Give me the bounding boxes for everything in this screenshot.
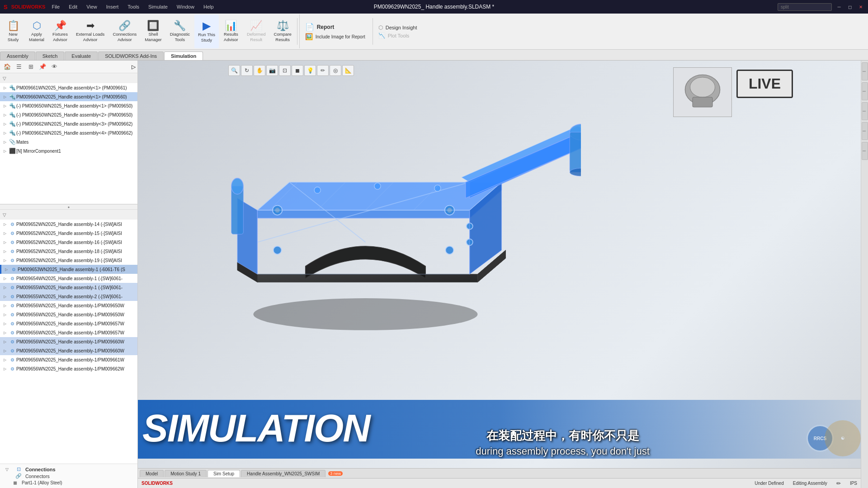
btree-item-9[interactable]: ▷ ⚙ PM009656WN2025_Handle assembly-1/PM0… xyxy=(0,301,137,310)
tree-item-0[interactable]: ▷ 🔩 PM009661WN2025_Handle assembly<1> (P… xyxy=(0,83,137,92)
tree-item-2[interactable]: ▷ 🔩 (-) PM009650WN2025_Handle assembly<1… xyxy=(0,101,137,110)
tree-item-3[interactable]: ▷ 🔩 (-) PM009650WN2025_Handle assembly<2… xyxy=(0,110,137,119)
sidebar-pin-btn[interactable]: 📌 xyxy=(37,62,48,72)
restore-button[interactable]: ◻ xyxy=(846,3,854,10)
design-insight-button[interactable]: ⬡ Design Insight xyxy=(378,24,417,31)
btree-item-1[interactable]: ▷ ⚙ PM009652WN2025_Handle assembly-15 (-… xyxy=(0,229,137,238)
deformed-icon: 📈 xyxy=(250,21,262,31)
new-study-button[interactable]: 📋 NewStudy xyxy=(2,14,24,48)
bottom-tab-sim-setup[interactable]: Sim Setup xyxy=(208,470,240,477)
compare-results-button[interactable]: ⚖️ CompareResults xyxy=(270,14,295,48)
shell-manager-button[interactable]: 🔲 ShellManager xyxy=(141,14,165,48)
sidebar-divider-dot: ● xyxy=(68,205,70,209)
apply-material-button[interactable]: ⬡ ApplyMaterial xyxy=(25,14,48,48)
results-advisor-button[interactable]: 📊 ResultsAdvisor xyxy=(220,14,242,48)
search-input[interactable] xyxy=(778,3,832,11)
bottom-tab-handle[interactable]: Handle Assembly_WN2025_SWSIM xyxy=(241,470,326,477)
mates-icon: 📎 xyxy=(8,138,16,146)
rpanel-btn-1[interactable]: | xyxy=(862,62,868,80)
report-button[interactable]: 📄 Report xyxy=(305,23,365,31)
rpanel-btn-4[interactable]: | xyxy=(862,122,868,140)
tree-item-5[interactable]: ▷ 🔩 (-) PM009662WN2025_Handle assembly<4… xyxy=(0,128,137,137)
diagnostic-tools-button[interactable]: 🔧 DiagnosticTools xyxy=(166,14,193,48)
expand-mirror: ▷ xyxy=(2,149,8,153)
tree-label-2: (-) PM009650WN2025_Handle assembly<1> (P… xyxy=(16,103,136,108)
subtitle-chinese: 在装配过程中，有时你不只是 xyxy=(486,428,639,444)
menu-insert[interactable]: Insert xyxy=(104,3,122,10)
menu-window[interactable]: Window xyxy=(174,3,197,10)
tree-label-4: (-) PM009662WN2025_Handle assembly<3> (P… xyxy=(16,122,136,127)
compare-label: CompareResults xyxy=(274,32,292,42)
sidebar-expand-btn[interactable]: ▷ xyxy=(132,64,136,70)
include-image-button[interactable]: 🖼️ Include Image for Report xyxy=(305,33,365,40)
menu-tools[interactable]: Tools xyxy=(125,3,142,10)
filter-bar-bottom: ▽ xyxy=(0,210,137,220)
btree-item-11[interactable]: ▷ ⚙ PM009656WN2025_Handle assembly-1/PM0… xyxy=(0,319,137,328)
deformed-result-button[interactable]: 📈 DeformedResult xyxy=(243,14,269,48)
part-icon-1: 🔩 xyxy=(8,93,16,101)
tree-item-mates[interactable]: ▷ 📎 Mates xyxy=(0,137,137,146)
sidebar-tree-bottom: ▽ ▷ ⚙ PM009652WN2025_Handle assembly-14 … xyxy=(0,210,137,464)
btree-item-4[interactable]: ▷ ⚙ PM009652WN2025_Handle assembly-19 (-… xyxy=(0,256,137,265)
sidebar-grid-btn[interactable]: ⊞ xyxy=(25,62,36,72)
svg-rect-29 xyxy=(693,97,712,107)
menu-view[interactable]: View xyxy=(84,3,100,10)
btree-item-13[interactable]: ▷ ⚙ PM009656WN2025_Handle assembly-1/PM0… xyxy=(0,337,137,346)
part-item[interactable]: ◼ Part1-1 (Alloy Steel) xyxy=(4,479,134,486)
btree-item-15[interactable]: ▷ ⚙ PM009656WN2025_Handle assembly-1/PM0… xyxy=(0,355,137,364)
rpanel-btn-2[interactable]: | xyxy=(862,82,868,100)
sidebar-home-btn[interactable]: 🏠 xyxy=(2,62,13,72)
menu-edit[interactable]: Edit xyxy=(66,3,80,10)
connectors-item[interactable]: 🔗 Connectors xyxy=(4,473,134,479)
btree-item-16[interactable]: ▷ ⚙ PM009656WN2025_Handle assembly-1/PM0… xyxy=(0,364,137,373)
connections-button[interactable]: 🔗 ConnectionsAdvisor xyxy=(109,14,140,48)
tab-simulation[interactable]: Simulation xyxy=(164,52,203,60)
svg-rect-4 xyxy=(570,132,581,172)
units-status: IPS xyxy=(850,481,857,486)
expand-icon-5: ▷ xyxy=(2,131,8,135)
part-icon-0: 🔩 xyxy=(8,84,16,92)
plot-tools-label: Plot Tools xyxy=(388,33,410,38)
tree-label-5: (-) PM009662WN2025_Handle assembly<4> (P… xyxy=(16,131,136,136)
btree-item-6[interactable]: ▷ ⚙ PM009654WN2025_Handle assembly-1 (-[… xyxy=(0,274,137,283)
tab-evaluate[interactable]: Evaluate xyxy=(65,52,98,60)
tree-item-1[interactable]: ▷ 🔩 PM009660WN2025_Handle assembly<1> (P… xyxy=(0,92,137,101)
tree-item-mirror[interactable]: ▷ ⬛ [N] MirrorComponent1 xyxy=(0,146,137,155)
tree-label-1: PM009660WN2025_Handle assembly<1> (PM009… xyxy=(16,94,136,99)
rpanel-btn-5[interactable]: | xyxy=(862,142,868,160)
tree-item-4[interactable]: ▷ 🔩 (-) PM009662WN2025_Handle assembly<3… xyxy=(0,119,137,128)
btree-item-3[interactable]: ▷ ⚙ PM009652WN2025_Handle assembly-18 (-… xyxy=(0,247,137,256)
run-study-button[interactable]: ▶ Run ThisStudy xyxy=(194,14,219,48)
plot-tools-button[interactable]: 📉 Plot Tools xyxy=(378,33,417,39)
bottom-tab-motion[interactable]: Motion Study 1 xyxy=(165,470,207,477)
btree-item-2[interactable]: ▷ ⚙ PM009652WN2025_Handle assembly-16 (-… xyxy=(0,238,137,247)
menu-help[interactable]: Help xyxy=(201,3,217,10)
tab-addins[interactable]: SOLIDWORKS Add-Ins xyxy=(98,52,164,60)
btree-item-10[interactable]: ▷ ⚙ PM009656WN2025_Handle assembly-1/PM0… xyxy=(0,310,137,319)
menu-simulate[interactable]: Simulate xyxy=(146,3,170,10)
connections-item[interactable]: ▽ ⊡ Connections xyxy=(4,466,134,473)
btree-item-14[interactable]: ▷ ⚙ PM009656WN2025_Handle assembly-1/PM0… xyxy=(0,346,137,355)
right-panel: | | | | | xyxy=(861,61,868,488)
btree-item-5[interactable]: ▷ ⚙ PM009653WN2025_Handle assembly-1 (-6… xyxy=(0,265,137,274)
external-loads-button[interactable]: ➡ External LoadsAdvisor xyxy=(72,14,108,48)
toolbar-separator-1 xyxy=(297,18,297,45)
btree-item-7[interactable]: ▷ ⚙ PM009655WN2025_Handle assembly-1 (-[… xyxy=(0,283,137,292)
sidebar-list-btn[interactable]: ☰ xyxy=(14,62,24,72)
sidebar-eye-btn[interactable]: 👁 xyxy=(49,62,60,72)
svg-point-18 xyxy=(434,185,441,191)
tab-assembly[interactable]: Assembly xyxy=(0,52,35,60)
btree-item-8[interactable]: ▷ ⚙ PM009655WN2025_Handle assembly-2 (-[… xyxy=(0,292,137,301)
bottom-tab-model[interactable]: Model xyxy=(140,470,164,477)
tab-sketch[interactable]: Sketch xyxy=(36,52,65,60)
fixtures-advisor-button[interactable]: 📌 FixturesAdvisor xyxy=(49,14,71,48)
close-button[interactable]: ✕ xyxy=(857,3,864,10)
connections-label: ConnectionsAdvisor xyxy=(113,32,137,42)
rpanel-btn-3[interactable]: | xyxy=(862,102,868,120)
btree-item-0[interactable]: ▷ ⚙ PM009652WN2025_Handle assembly-14 (-… xyxy=(0,220,137,229)
minimize-button[interactable]: ─ xyxy=(835,3,843,10)
connectors-label: Connectors xyxy=(25,474,50,479)
menu-file[interactable]: File xyxy=(49,3,62,10)
svg-point-28 xyxy=(690,77,715,97)
btree-item-12[interactable]: ▷ ⚙ PM009656WN2025_Handle assembly-1/PM0… xyxy=(0,328,137,337)
